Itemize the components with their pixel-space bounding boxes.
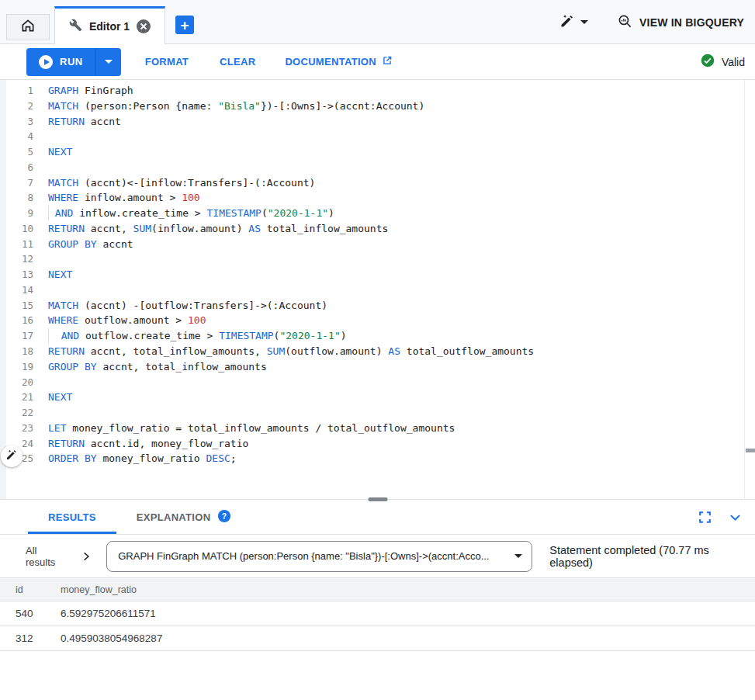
run-options-button[interactable] [95, 48, 121, 76]
collapse-panel-button[interactable] [728, 510, 743, 525]
documentation-label: DOCUMENTATION [285, 56, 376, 68]
code-line[interactable]: 10RETURN accnt, SUM(inflow.amount) AS to… [0, 221, 755, 237]
table-cell: 312 [16, 632, 61, 644]
editor-scrollbar[interactable] [744, 80, 755, 499]
statement-dropdown-value: GRAPH FinGraph MATCH (person:Person {nam… [118, 550, 514, 562]
valid-label: Valid [722, 56, 745, 68]
editor-tab-bar: Editor 1 + [0, 0, 755, 44]
tab-explanation[interactable]: EXPLANATION ? [116, 500, 252, 534]
format-label: FORMAT [145, 56, 189, 68]
check-circle-icon [701, 54, 715, 70]
results-panel: RESULTS EXPLANATION ? [0, 499, 755, 651]
results-selector-row: All results GRAPH FinGraph MATCH (person… [0, 535, 755, 578]
code-line[interactable]: 22 [0, 405, 755, 421]
results-actions [698, 510, 755, 525]
gemini-assist-button[interactable] [1, 445, 23, 467]
magic-pen-icon [559, 13, 575, 32]
tab-results[interactable]: RESULTS [28, 500, 116, 534]
code-line[interactable]: 9 AND inflow.create_time > TIMESTAMP("20… [0, 206, 755, 221]
table-row: 3120.4959038054968287 [0, 626, 755, 651]
documentation-link[interactable]: DOCUMENTATION [285, 55, 393, 68]
fullscreen-button[interactable] [698, 510, 712, 525]
code-line[interactable]: 4 [0, 129, 755, 144]
results-tab-bar: RESULTS EXPLANATION ? [0, 500, 755, 535]
code-lines: 1GRAPH FinGraph2MATCH (person:Person {na… [0, 83, 755, 466]
chevron-down-icon [105, 60, 113, 64]
code-text: ORDER BY money_flow_ratio DESC; [48, 451, 237, 466]
add-tab-button[interactable]: + [175, 16, 194, 34]
run-button[interactable]: RUN [26, 48, 95, 76]
run-split-button: RUN [26, 48, 121, 76]
table-row: 5406.592975206611571 [0, 601, 755, 626]
magic-pen-menu[interactable] [559, 13, 588, 32]
code-text: WHERE inflow.amount > 100 [48, 190, 200, 206]
code-line[interactable]: 20 [0, 375, 755, 390]
code-text: NEXT [48, 267, 72, 282]
code-line[interactable]: 5NEXT [0, 144, 755, 160]
editor-glyph-margin [0, 80, 6, 499]
code-line[interactable]: 17 AND outflow.create_time > TIMESTAMP("… [0, 328, 755, 344]
explanation-tab-label: EXPLANATION [137, 511, 211, 523]
chevron-right-icon[interactable] [81, 551, 92, 562]
code-editor[interactable]: 1GRAPH FinGraph2MATCH (person:Person {na… [0, 80, 755, 499]
code-line[interactable]: 24RETURN accnt.id, money_flow_ratio [0, 436, 755, 452]
code-text: GRAPH FinGraph [48, 83, 133, 99]
code-text: RETURN accnt [48, 114, 121, 130]
scrollbar-thumb[interactable] [746, 449, 755, 452]
code-line[interactable]: 14 [0, 282, 755, 298]
validation-status: Valid [701, 54, 745, 70]
home-icon [20, 18, 36, 36]
code-text: LET money_flow_ratio = total_inflow_amou… [48, 421, 455, 436]
close-icon[interactable] [137, 19, 151, 33]
code-line[interactable]: 11GROUP BY accnt [0, 237, 755, 252]
code-line[interactable]: 21NEXT [0, 390, 755, 405]
code-line[interactable]: 8WHERE inflow.amount > 100 [0, 190, 755, 206]
code-text: AND outflow.create_time > TIMESTAMP("202… [48, 328, 347, 344]
table-cell: 0.4959038054968287 [61, 632, 755, 644]
code-line[interactable]: 15MATCH (accnt) -[outflow:Transfers]->(:… [0, 298, 755, 314]
plus-icon: + [180, 18, 189, 33]
code-line[interactable]: 2MATCH (person:Person {name: "Bisla"})-[… [0, 99, 755, 114]
statement-dropdown[interactable]: GRAPH FinGraph MATCH (person:Person {nam… [106, 541, 532, 572]
tab-label: Editor 1 [89, 20, 130, 33]
code-line[interactable]: 1GRAPH FinGraph [0, 83, 755, 99]
panel-resize-handle[interactable] [368, 497, 387, 501]
code-line[interactable]: 12 [0, 251, 755, 267]
code-line[interactable]: 23LET money_flow_ratio = total_inflow_am… [0, 421, 755, 436]
results-table-body: 5406.5929752066115713120.495903805496828… [0, 601, 755, 651]
code-line[interactable]: 19GROUP BY accnt, total_inflow_amounts [0, 359, 755, 375]
code-text: MATCH (person:Person {name: "Bisla"})-[:… [48, 99, 424, 114]
tab-editor-1[interactable]: Editor 1 [54, 6, 165, 44]
code-text: RETURN accnt, SUM(inflow.amount) AS tota… [48, 221, 388, 237]
code-line[interactable]: 16WHERE outflow.amount > 100 [0, 313, 755, 328]
code-line[interactable]: 25ORDER BY money_flow_ratio DESC; [0, 451, 755, 466]
help-icon[interactable]: ? [217, 509, 231, 525]
view-in-bigquery-label: VIEW IN BIGQUERY [639, 16, 744, 29]
code-text: MATCH (accnt) -[outflow:Transfers]->(:Ac… [48, 298, 327, 314]
code-line[interactable]: 18RETURN accnt, total_inflow_amounts, SU… [0, 344, 755, 359]
column-header: id [16, 584, 61, 595]
code-text: AND inflow.create_time > TIMESTAMP("2020… [48, 206, 334, 221]
home-tab[interactable] [6, 14, 50, 40]
code-text: GROUP BY accnt, total_inflow_amounts [48, 359, 267, 375]
wrench-icon [69, 19, 82, 35]
column-header: money_flow_ratio [61, 584, 755, 595]
view-in-bigquery-button[interactable]: VIEW IN BIGQUERY [618, 14, 744, 31]
code-text: NEXT [48, 390, 72, 405]
code-line[interactable]: 13NEXT [0, 267, 755, 282]
statement-status: Statement completed (70.77 ms elapsed) [549, 544, 755, 569]
bigquery-magnifier-icon [618, 14, 632, 31]
code-line[interactable]: 7MATCH (accnt)<-[inflow:Transfers]-(:Acc… [0, 175, 755, 191]
code-line[interactable]: 3RETURN accnt [0, 114, 755, 130]
results-table-header: idmoney_flow_ratio [0, 578, 755, 601]
clear-label: CLEAR [220, 56, 255, 68]
code-line[interactable]: 6 [0, 160, 755, 175]
results-table: idmoney_flow_ratio 5406.5929752066115713… [0, 578, 755, 651]
format-button[interactable]: FORMAT [145, 56, 189, 68]
magic-pen-icon [5, 449, 18, 464]
svg-text:?: ? [222, 511, 227, 520]
clear-button[interactable]: CLEAR [220, 56, 255, 68]
query-toolbar: RUN FORMAT CLEAR DOCUMENTATION Valid [0, 44, 755, 80]
external-link-icon [382, 55, 393, 68]
all-results-label: All results [26, 545, 69, 568]
